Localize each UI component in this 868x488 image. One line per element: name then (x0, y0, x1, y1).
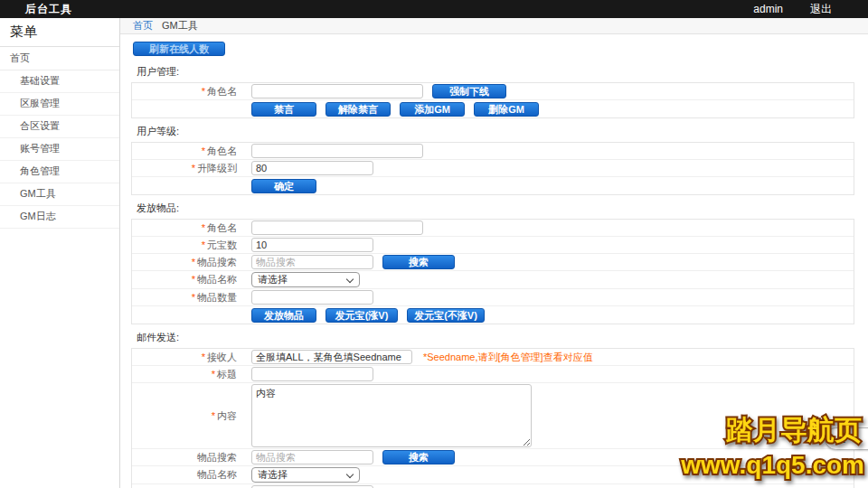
field-label: *接收人 (132, 351, 244, 364)
form-row: *升降级到 (132, 160, 854, 177)
recipient-input[interactable] (251, 350, 412, 364)
required-marker: * (192, 274, 195, 285)
content: 刷新在线人数 用户管理: *角色名 强制下线 (120, 34, 868, 488)
give-item-form: *角色名 *元宝数 *物品搜索 (131, 219, 854, 324)
sidebar-item-gm-tools[interactable]: GM工具 (0, 183, 119, 206)
refresh-online-button[interactable]: 刷新在线人数 (133, 42, 225, 56)
main-area: 首页 GM工具 刷新在线人数 用户管理: *角色名 强制下线 (120, 18, 868, 488)
sidebar-item-server-manage[interactable]: 区服管理 (0, 93, 119, 116)
logout-button[interactable]: 退出 (810, 2, 832, 17)
form-row: 确定 (132, 177, 854, 194)
floating-widget-value: 2 (839, 432, 845, 446)
topbar: 后台工具 admin 退出 (0, 0, 868, 18)
field-label: 物品名称 (132, 468, 244, 482)
form-row: *物品名称 请选择 (132, 271, 854, 289)
give-item-role-input[interactable] (251, 221, 423, 235)
user-level-role-input[interactable] (251, 144, 423, 158)
give-item-count-input[interactable] (251, 290, 373, 305)
page: 后台工具 admin 退出 菜单 首页 基础设置 区服管理 合区设置 账号管理 … (0, 0, 868, 488)
field-label: *元宝数 (132, 239, 244, 252)
chevron-down-icon (346, 276, 354, 283)
breadcrumb-current: GM工具 (162, 19, 198, 33)
username-label: admin (753, 3, 783, 15)
role-name-label: 角色名 (207, 145, 237, 156)
mail-item-search-button[interactable]: 搜索 (382, 450, 455, 465)
field-label: *物品搜索 (132, 256, 244, 269)
give-yuanbao-nov-button[interactable]: 发元宝(不涨V) (407, 308, 485, 323)
role-name-label: 角色名 (207, 222, 237, 233)
required-marker: * (212, 369, 215, 380)
subject-label: 标题 (217, 369, 237, 380)
sidebar-item-merge-settings[interactable]: 合区设置 (0, 116, 119, 138)
add-gm-button[interactable]: 添加GM (400, 102, 465, 117)
field-label: *角色名 (132, 85, 244, 99)
field-label: *角色名 (132, 221, 244, 235)
give-item-search-input[interactable] (251, 255, 373, 269)
recipient-label: 接收人 (207, 352, 237, 362)
sidebar-item-account-manage[interactable]: 账号管理 (0, 138, 119, 161)
form-row: *接收人 *Seedname,请到[角色管理]查看对应值 (132, 349, 854, 366)
sidebar-item-gm-logs[interactable]: GM日志 (0, 206, 119, 229)
give-item-button[interactable]: 发放物品 (251, 308, 316, 323)
user-level-form: *角色名 *升降级到 确定 (131, 142, 854, 195)
sidebar-item-basic-settings[interactable]: 基础设置 (0, 70, 119, 93)
form-row: 禁言 解除禁言 添加GM 删除GM (132, 100, 854, 117)
sidebar-menu-title: 菜单 (0, 18, 119, 47)
form-row: *角色名 (132, 220, 854, 237)
required-marker: * (212, 410, 215, 421)
chevron-down-icon (346, 471, 354, 478)
select-value: 请选择 (258, 274, 288, 285)
required-marker: * (202, 145, 205, 156)
floating-widget[interactable]: 2 (825, 427, 868, 450)
app-title: 后台工具 (25, 2, 72, 17)
mute-button[interactable]: 禁言 (251, 102, 316, 117)
recipient-note: *Seedname,请到[角色管理]查看对应值 (423, 351, 593, 364)
give-yuanbao-v-button[interactable]: 发元宝(涨V) (326, 308, 398, 323)
form-row: 物品名称 请选择 (132, 466, 854, 484)
give-item-name-select[interactable]: 请选择 (251, 272, 360, 287)
sidebar-item-role-manage[interactable]: 角色管理 (0, 161, 119, 183)
form-row: 发放物品 发元宝(涨V) 发元宝(不涨V) (132, 306, 854, 324)
field-label: 物品搜索 (132, 451, 244, 465)
field-label: *角色名 (132, 145, 244, 158)
item-search-label: 物品搜索 (197, 452, 237, 463)
user-manage-role-input[interactable] (251, 84, 423, 99)
required-marker: * (192, 257, 195, 267)
sidebar: 菜单 首页 基础设置 区服管理 合区设置 账号管理 角色管理 GM工具 GM日志 (0, 18, 120, 488)
user-manage-form: *角色名 强制下线 禁言 解除禁言 添加GM 删除GM (131, 82, 854, 118)
confirm-button[interactable]: 确定 (251, 179, 316, 193)
subject-input[interactable] (251, 367, 373, 381)
form-row: 物品搜索 搜索 (132, 449, 854, 466)
form-row: *角色名 强制下线 (132, 83, 854, 100)
section-title-user-manage: 用户管理: (137, 65, 854, 79)
mail-form: *接收人 *Seedname,请到[角色管理]查看对应值 *标题 (131, 348, 854, 488)
give-item-search-button[interactable]: 搜索 (382, 255, 455, 269)
yuanbao-label: 元宝数 (207, 239, 237, 250)
section-title-mail: 邮件发送: (137, 331, 854, 344)
sidebar-item-home[interactable]: 首页 (0, 47, 119, 70)
form-row: *标题 (132, 366, 854, 383)
yuanbao-count-input[interactable] (251, 238, 373, 252)
form-row: *内容 内容 (132, 383, 854, 449)
field-label: *物品数量 (132, 291, 244, 305)
section-title-user-level: 用户等级: (137, 125, 854, 138)
item-name-label: 物品名称 (197, 469, 237, 480)
section-title-give-item: 发放物品: (137, 202, 854, 215)
field-label: *物品名称 (132, 273, 244, 286)
unmute-button[interactable]: 解除禁言 (326, 102, 391, 117)
item-count-label: 物品数量 (197, 292, 237, 303)
force-offline-button[interactable]: 强制下线 (432, 84, 506, 99)
form-row: 物品数量 *物品不填写则只发送邮件 (132, 484, 854, 488)
mail-item-name-select[interactable]: 请选择 (251, 467, 360, 483)
breadcrumb: 首页 GM工具 (120, 18, 868, 34)
mail-content-textarea[interactable]: 内容 (251, 384, 532, 447)
item-search-label: 物品搜索 (197, 257, 237, 267)
mail-item-search-input[interactable] (251, 450, 373, 465)
field-label: *内容 (132, 409, 244, 423)
level-input[interactable] (251, 161, 373, 175)
delete-gm-button[interactable]: 删除GM (474, 102, 539, 117)
required-marker: * (202, 239, 205, 250)
level-label: 升降级到 (197, 163, 237, 174)
required-marker: * (202, 352, 205, 362)
breadcrumb-home-link[interactable]: 首页 (133, 19, 153, 33)
